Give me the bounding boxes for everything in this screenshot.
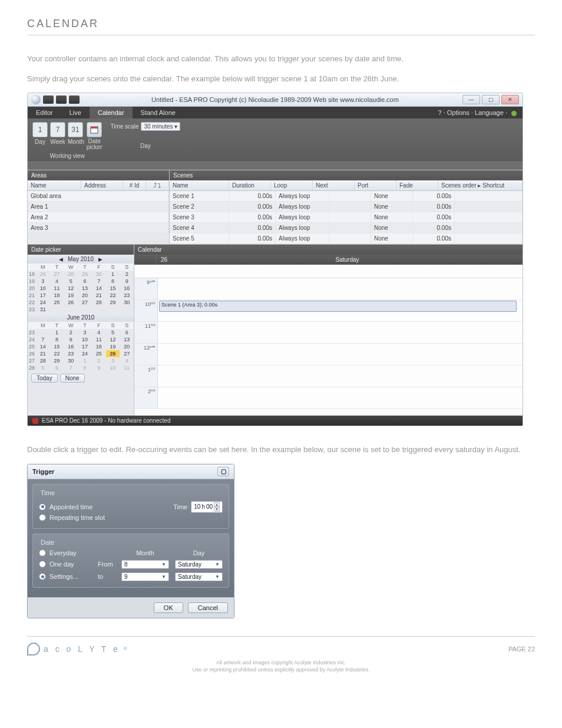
radio-everyday[interactable] xyxy=(39,549,46,556)
time-spinner[interactable]: 10 h 00 ▲▼ xyxy=(191,501,223,513)
time-slot[interactable]: 1⁰⁰ xyxy=(134,365,523,387)
areas-col-address[interactable]: Address xyxy=(81,180,123,190)
time-label: 2⁰⁰ xyxy=(134,387,158,409)
selected-day[interactable]: 26 xyxy=(106,350,120,357)
ok-button[interactable]: OK xyxy=(154,602,183,613)
page-number: PAGE 22 xyxy=(508,645,535,653)
brand-name: a c o L Y T e xyxy=(44,644,120,654)
calendar-day-header: 26 Saturday xyxy=(134,255,523,265)
time-label: 11⁰⁰ xyxy=(134,322,158,343)
timescale-label: Time scale xyxy=(110,123,138,130)
trigger-dialog: Trigger ▢ Time Appointed time Time 10 h … xyxy=(27,464,234,618)
areas-col-id[interactable]: # Id xyxy=(123,180,146,190)
window-minimize-button[interactable]: — xyxy=(462,95,480,104)
month-header-may: ◀ May 2010 ▶ xyxy=(28,255,134,263)
none-button[interactable]: None xyxy=(60,374,85,383)
to-day-select[interactable]: Saturday▼ xyxy=(175,572,223,581)
view-month-button[interactable]: 31 xyxy=(68,122,83,137)
spin-down-icon[interactable]: ▼ xyxy=(214,507,220,512)
ribbon-tab-standalone[interactable]: Stand Alone xyxy=(133,107,184,118)
radio-oneday[interactable] xyxy=(39,561,46,568)
scenes-header: Name Duration Loop Next Port Fade Scenes… xyxy=(170,180,523,191)
radio-oneday-label: One day xyxy=(49,561,74,568)
window-maximize-button[interactable]: ▢ xyxy=(482,95,500,104)
date-picker-label: Date picker xyxy=(87,139,103,150)
datepicker-panel: Date picker ◀ May 2010 ▶ MT WT FS S 1826… xyxy=(28,245,134,416)
cancel-button[interactable]: Cancel xyxy=(188,602,228,613)
to-month-select[interactable]: 9▼ xyxy=(121,572,169,581)
time-slot[interactable]: 10⁰⁰Scene 1 (Area 3); 0.00s xyxy=(134,300,523,322)
ribbon-tab-editor[interactable]: Editor xyxy=(28,107,61,118)
ribbon-footer-strip xyxy=(28,160,523,170)
scenes-col-duration[interactable]: Duration xyxy=(229,180,271,190)
scene-row[interactable]: Scene 30.00sAlways loopNone0.00s xyxy=(170,212,523,223)
scene-row[interactable]: Scene 10.00sAlways loopNone0.00s xyxy=(170,191,523,202)
time-label: 9ᵃᵐ xyxy=(134,278,158,299)
calendar-appointment[interactable]: Scene 1 (Area 3); 0.00s xyxy=(159,301,517,312)
day-col-label: Day xyxy=(175,549,223,556)
area-row[interactable]: Area 1 xyxy=(28,202,169,212)
calendar-allday-row[interactable] xyxy=(134,265,523,278)
window-titlebar[interactable]: Untitled - ESA PRO Copyright (c) Nicolau… xyxy=(28,93,523,107)
radio-settings[interactable] xyxy=(39,573,46,580)
area-name: Area 1 xyxy=(28,202,169,212)
ribbon-tab-live[interactable]: Live xyxy=(61,107,90,118)
today-button[interactable]: Today xyxy=(31,374,58,383)
radio-repeating[interactable] xyxy=(39,514,46,521)
areas-header: Name Address # Id ⤴ ⤵ xyxy=(28,180,169,191)
radio-appointed-label: Appointed time xyxy=(49,503,92,510)
from-month-select[interactable]: 8▼ xyxy=(121,560,169,569)
scenes-col-loop[interactable]: Loop xyxy=(271,180,313,190)
scenes-col-next[interactable]: Next xyxy=(313,180,355,190)
ribbon-right-label: ? · Options · Language · xyxy=(438,109,507,116)
quick-access-undo-icon[interactable] xyxy=(56,95,67,104)
ribbon-tab-calendar[interactable]: Calendar xyxy=(90,107,133,118)
status-bar: ESA PRO Dec 16 2009 - No hardware connec… xyxy=(28,416,523,426)
area-row[interactable]: Area 2 xyxy=(28,212,169,223)
spin-up-icon[interactable]: ▲ xyxy=(214,502,220,507)
dialog-close-button[interactable]: ▢ xyxy=(217,467,229,476)
time-slot[interactable]: 12ᵖᵐ xyxy=(134,344,523,365)
prev-month-button[interactable]: ◀ xyxy=(59,256,63,262)
scenes-col-port[interactable]: Port xyxy=(355,180,396,190)
scenes-col-fade[interactable]: Fade xyxy=(396,180,438,190)
quick-access-save-icon[interactable] xyxy=(43,95,54,104)
scene-row[interactable]: Scene 40.00sAlways loopNone0.00s xyxy=(170,223,523,233)
scene-row[interactable]: Scene 20.00sAlways loopNone0.00s xyxy=(170,202,523,212)
radio-appointed[interactable] xyxy=(39,503,46,510)
areas-col-io[interactable]: ⤴ ⤵ xyxy=(146,180,169,190)
copyright-line-1: All artwork and images copyright Acolyte… xyxy=(27,659,535,667)
area-row[interactable]: Area 3 xyxy=(28,223,169,233)
month-label: June 2010 xyxy=(67,314,95,321)
window-close-button[interactable]: ✕ xyxy=(501,95,519,104)
scene-row[interactable]: Scene 50.00sAlways loopNone0.00s xyxy=(170,233,523,244)
calendar-day-name: Saturday xyxy=(172,255,523,265)
time-slot[interactable]: 9ᵃᵐ xyxy=(134,278,523,300)
areas-col-name[interactable]: Name xyxy=(28,180,81,190)
time-slot[interactable]: 2⁰⁰ xyxy=(134,387,523,409)
radio-settings-label: Settings... xyxy=(49,573,78,580)
screenshot-esa-pro: Untitled - ESA PRO Copyright (c) Nicolau… xyxy=(27,93,523,426)
area-name: Global area xyxy=(28,191,169,201)
scenes-col-name[interactable]: Name xyxy=(170,180,229,190)
ribbon-tab-strip: Editor Live Calendar Stand Alone ? · Opt… xyxy=(28,107,523,118)
next-month-button[interactable]: ▶ xyxy=(98,256,103,262)
brand-mark-icon xyxy=(27,643,40,655)
time-hour: 10 xyxy=(194,503,200,510)
date-picker-button[interactable] xyxy=(87,122,102,137)
view-day-button[interactable]: 1 xyxy=(32,122,48,137)
view-day-label: Day xyxy=(32,139,48,145)
app-orb-icon[interactable] xyxy=(31,95,41,104)
timescale-select[interactable]: 30 minutes ▾ xyxy=(141,122,180,131)
quick-access-redo-icon[interactable] xyxy=(69,95,80,104)
ribbon-right-menu[interactable]: ? · Options · Language · xyxy=(432,107,523,118)
from-day-select[interactable]: Saturday▼ xyxy=(175,560,223,569)
time-slot[interactable]: 11⁰⁰ xyxy=(134,322,523,344)
to-label: to xyxy=(98,573,115,580)
view-week-button[interactable]: 7 xyxy=(50,122,65,137)
area-row[interactable]: Global area xyxy=(28,191,169,202)
ribbon-body: 1 Day 7 Week 31 Month xyxy=(28,118,523,160)
scenes-col-order[interactable]: Scenes order ▸ Shortcut xyxy=(438,180,523,190)
view-month-label: Month xyxy=(68,139,84,145)
dialog-titlebar[interactable]: Trigger ▢ xyxy=(28,465,234,479)
